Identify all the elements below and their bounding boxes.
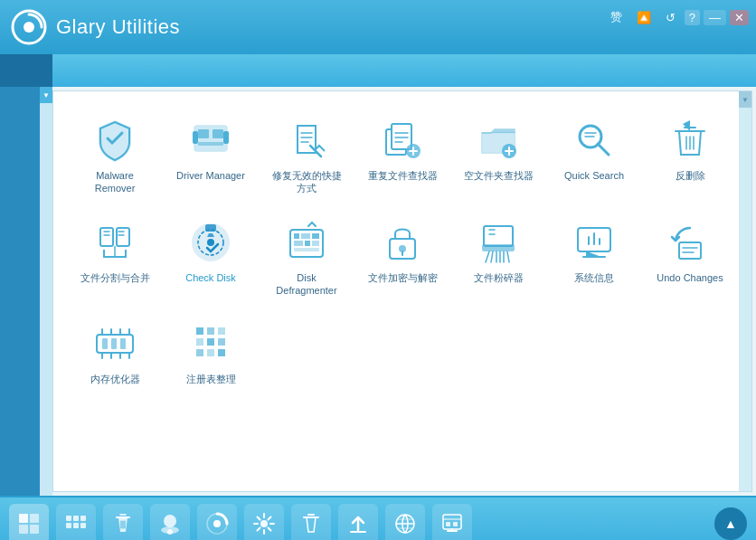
sidebar-scroll-btn[interactable]: ▼ — [40, 87, 52, 103]
svg-point-1 — [24, 22, 34, 33]
svg-rect-41 — [207, 338, 214, 346]
malware-remover-label: Malware Remover — [79, 169, 151, 195]
encrypt-label: 文件加密与解密 — [368, 271, 438, 284]
bottom-manager-btn[interactable] — [432, 504, 472, 540]
svg-rect-32 — [679, 242, 701, 259]
system-info-icon — [571, 219, 618, 266]
svg-rect-43 — [196, 349, 203, 356]
tool-system-info[interactable]: 系统信息 — [551, 212, 638, 305]
svg-rect-6 — [193, 131, 198, 144]
app-title: Glary Utilities — [56, 15, 180, 39]
svg-rect-14 — [117, 228, 129, 246]
check-disk-icon — [187, 219, 234, 266]
content-scroll-down[interactable]: ▼ — [739, 91, 751, 108]
bottom-modules-btn[interactable] — [56, 504, 96, 540]
scroll-up-btn[interactable]: ▲ — [714, 507, 747, 540]
window-controls: 赞 🔼 ↺ ? — ✕ — [605, 7, 749, 27]
fix-shortcuts-label: 修复无效的快捷方式 — [270, 169, 343, 195]
bottom-optimizer-btn[interactable] — [197, 504, 237, 540]
tool-malware-remover[interactable]: Malware Remover — [71, 109, 158, 203]
tool-undo-changes[interactable]: Undo Changes — [647, 212, 733, 305]
svg-point-17 — [207, 239, 214, 246]
memory-opt-label: 内存优化器 — [90, 373, 140, 385]
empty-folder-icon — [475, 117, 522, 164]
close-btn[interactable]: ✕ — [730, 10, 749, 25]
empty-folder-label: 空文件夹查找器 — [464, 169, 534, 182]
svg-rect-22 — [312, 233, 319, 239]
nav-left — [0, 54, 52, 87]
minimize-btn[interactable]: — — [704, 10, 726, 25]
undo-btn[interactable]: ↺ — [660, 9, 681, 26]
disk-defrag-icon — [283, 219, 330, 266]
tool-registry-defrag[interactable]: 注册表整理 — [167, 313, 254, 393]
svg-rect-53 — [66, 523, 71, 528]
undo-changes-label: Undo Changes — [657, 271, 723, 284]
tool-duplicate-finder[interactable]: 重复文件查找器 — [359, 109, 446, 203]
tool-encrypt[interactable]: 文件加密与解密 — [359, 212, 446, 305]
pin-btn[interactable]: 🔼 — [631, 9, 657, 26]
tool-check-disk[interactable]: Check Disk — [167, 212, 254, 305]
svg-rect-25 — [312, 241, 319, 246]
driver-manager-label: Driver Manager — [176, 169, 245, 182]
svg-rect-9 — [392, 124, 411, 149]
file-shredder-icon — [475, 219, 522, 266]
titlebar: Glary Utilities 赞 🔼 ↺ ? — ✕ — [0, 0, 756, 54]
svg-rect-46 — [19, 514, 28, 523]
bottom-settings-btn[interactable] — [244, 504, 284, 540]
app-logo — [11, 9, 47, 45]
svg-rect-4 — [213, 129, 223, 138]
star-btn[interactable]: 赞 — [605, 7, 628, 27]
bottom-privacy-btn[interactable] — [150, 504, 190, 540]
bottom-right: ▲ — [714, 507, 747, 540]
svg-rect-40 — [196, 338, 203, 346]
tool-fix-shortcuts[interactable]: 修复无效的快捷方式 — [263, 109, 350, 203]
svg-rect-48 — [19, 525, 28, 534]
svg-rect-42 — [218, 338, 225, 346]
svg-rect-38 — [207, 327, 214, 335]
main-container: ▼ Malware Remover — [0, 87, 756, 496]
undelete-label: 反删除 — [676, 169, 705, 182]
tool-file-shredder[interactable]: 文件粉碎器 — [455, 212, 542, 305]
tool-quick-search[interactable]: Quick Search — [551, 109, 638, 203]
registry-defrag-icon — [187, 320, 234, 367]
content-scrollbar: ▼ — [739, 91, 751, 491]
svg-rect-26 — [294, 248, 319, 251]
system-info-label: 系统信息 — [574, 271, 614, 284]
bottom-toolbar: ▲ — [0, 496, 756, 540]
bottom-overview-btn[interactable] — [9, 504, 49, 540]
driver-manager-icon — [187, 117, 234, 164]
svg-point-59 — [213, 520, 221, 527]
svg-rect-47 — [30, 514, 39, 523]
tool-undelete[interactable]: 反删除 — [647, 109, 733, 203]
tool-driver-manager[interactable]: Driver Manager — [167, 109, 254, 203]
tool-memory-opt[interactable]: 内存优化器 — [71, 313, 158, 393]
sidebar-scrollbar: ▼ — [40, 87, 52, 496]
bottom-globe-btn[interactable] — [385, 504, 425, 540]
svg-rect-34 — [102, 338, 108, 349]
svg-rect-52 — [80, 516, 86, 521]
svg-rect-20 — [294, 233, 299, 239]
bottom-icon-bar — [9, 504, 472, 540]
content-area: Malware Remover Driver Manager — [52, 90, 752, 492]
svg-rect-30 — [482, 244, 515, 251]
disk-defrag-label: Disk Defragmenter — [270, 271, 343, 298]
duplicate-finder-label: 重复文件查找器 — [368, 169, 438, 182]
svg-rect-50 — [66, 516, 71, 521]
undelete-icon — [666, 117, 713, 164]
registry-defrag-label: 注册表整理 — [186, 373, 236, 385]
memory-opt-icon — [91, 320, 138, 367]
check-disk-label: Check Disk — [185, 271, 236, 284]
bottom-tools-btn[interactable] — [291, 504, 331, 540]
tool-disk-defrag[interactable]: Disk Defragmenter — [263, 212, 350, 305]
tool-empty-folder[interactable]: 空文件夹查找器 — [455, 109, 542, 203]
svg-rect-21 — [301, 233, 310, 239]
svg-rect-54 — [73, 523, 79, 528]
bottom-cleaner-btn[interactable] — [103, 504, 143, 540]
bottom-update-btn[interactable] — [338, 504, 378, 540]
fix-shortcuts-icon — [283, 117, 330, 164]
tool-file-split[interactable]: 文件分割与合并 — [71, 212, 158, 305]
svg-rect-23 — [294, 241, 303, 246]
svg-rect-45 — [218, 349, 225, 356]
svg-rect-39 — [218, 327, 225, 335]
help-btn[interactable]: ? — [685, 10, 700, 25]
